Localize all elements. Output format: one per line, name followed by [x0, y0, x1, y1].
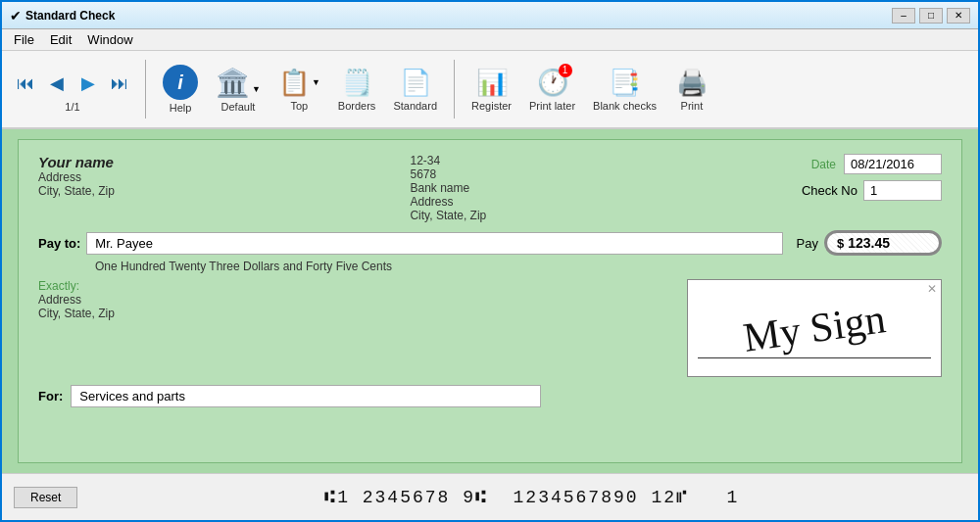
written-amount: One Hundred Twenty Three Dollars and For…: [95, 260, 942, 273]
check-no-label: Check No: [802, 183, 858, 198]
standard-icon: 📄: [400, 68, 431, 98]
borders-icon: 🗒️: [341, 68, 372, 98]
signature-text: My Sign: [740, 295, 888, 361]
check-paper: Your name Address City, State, Zip 12-34…: [18, 139, 962, 463]
toolbar-separator-1: [145, 60, 146, 119]
for-row: For:: [38, 385, 942, 407]
nav-next-button[interactable]: ▶: [73, 66, 104, 101]
nav-first-button[interactable]: ⏮: [10, 66, 41, 101]
routing-line1: 12-34: [410, 154, 486, 167]
date-section: Date: [811, 154, 942, 174]
bank-name: Bank name: [410, 181, 486, 195]
reset-button[interactable]: Reset: [14, 487, 77, 508]
amount-box: $: [824, 230, 942, 256]
exactly-label: Exactly:: [38, 279, 687, 293]
check-from-address: Address: [38, 170, 115, 184]
nav-group: ⏮ ◀ ▶ ⏭ 1/1: [10, 66, 135, 113]
toolbar-separator-2: [454, 60, 455, 119]
maximize-button[interactable]: □: [919, 8, 943, 24]
menu-edit[interactable]: Edit: [42, 31, 79, 48]
default-dropdown-arrow: ▼: [252, 84, 261, 94]
payee-address: Address: [38, 293, 687, 307]
payto-label: Pay to:: [38, 236, 80, 251]
signature-box: ✕ My Sign: [687, 279, 942, 377]
bottom-bar: Reset ⑆1 2345678 9⑆ 1234567890 12⑈ 1: [2, 473, 978, 520]
default-label: Default: [221, 101, 256, 113]
blank-checks-icon: 📑: [609, 68, 640, 98]
micr-line: ⑆1 2345678 9⑆ 1234567890 12⑈ 1: [97, 488, 966, 507]
nav-prev-button[interactable]: ◀: [41, 66, 73, 101]
title-bar-controls: – □ ✕: [892, 8, 970, 24]
check-no-section: Check No: [802, 180, 942, 201]
print-button[interactable]: 🖨️ Print: [667, 63, 716, 117]
register-icon: 📊: [476, 68, 508, 98]
standard-button[interactable]: 📄 Standard: [386, 63, 444, 117]
print-later-label: Print later: [529, 100, 575, 112]
default-button[interactable]: 🏛️▼ Default: [209, 62, 268, 118]
print-label: Print: [681, 100, 704, 112]
date-input[interactable]: [844, 154, 942, 174]
top-label: Top: [291, 100, 309, 112]
nav-counter: 1/1: [10, 101, 135, 113]
print-icon: 🖨️: [676, 68, 708, 98]
standard-label: Standard: [393, 100, 437, 112]
main-window: ✔ Standard Check – □ ✕ File Edit Window …: [0, 0, 980, 522]
date-label: Date: [811, 158, 836, 171]
check-from-section: Your name Address City, State, Zip: [38, 154, 115, 198]
title-bar-text: Standard Check: [25, 9, 892, 23]
menu-window[interactable]: Window: [79, 31, 140, 48]
bank-address: Address: [410, 195, 486, 209]
pay-label: Pay: [797, 236, 818, 251]
menu-bar: File Edit Window: [2, 29, 978, 51]
menu-file[interactable]: File: [6, 31, 42, 48]
check-from-city: City, State, Zip: [38, 184, 115, 198]
borders-label: Borders: [338, 100, 376, 112]
check-from-name: Your name: [38, 154, 115, 170]
payee-city: City, State, Zip: [38, 307, 687, 320]
top-dropdown-arrow: ▼: [312, 77, 320, 87]
print-later-button[interactable]: 🕐1 Print later: [522, 63, 582, 117]
minimize-button[interactable]: –: [892, 8, 915, 24]
date-checkno-section: Date Check No: [782, 154, 942, 201]
check-header: Your name Address City, State, Zip 12-34…: [38, 154, 942, 222]
register-label: Register: [471, 100, 512, 112]
register-button[interactable]: 📊 Register: [465, 63, 518, 117]
borders-button[interactable]: 🗒️ Borders: [331, 63, 383, 117]
toolbar: ⏮ ◀ ▶ ⏭ 1/1 i Help 🏛️▼ Default 📋▼ Top: [2, 51, 978, 129]
print-later-icon: 🕐1: [537, 68, 568, 98]
close-button[interactable]: ✕: [947, 8, 970, 24]
for-label: For:: [38, 389, 63, 403]
signature-close-icon[interactable]: ✕: [927, 282, 937, 296]
title-bar-icon: ✔: [10, 8, 22, 24]
bank-city: City, State, Zip: [410, 209, 486, 222]
signature-line: [698, 357, 931, 358]
routing-line2: 5678: [410, 167, 486, 181]
nav-last-button[interactable]: ⏭: [104, 66, 135, 101]
for-input[interactable]: [71, 385, 541, 407]
top-icon: 📋▼: [278, 68, 320, 98]
help-button[interactable]: i Help: [156, 60, 205, 119]
default-icon: 🏛️▼: [216, 67, 261, 99]
amount-input[interactable]: [848, 235, 926, 251]
top-button[interactable]: 📋▼ Top: [271, 63, 327, 117]
title-bar: ✔ Standard Check – □ ✕: [2, 2, 978, 29]
check-routing-section: 12-34 5678 Bank name Address City, State…: [410, 154, 486, 222]
blank-checks-label: Blank checks: [593, 100, 657, 112]
check-lower: Exactly: Address City, State, Zip ✕ My S…: [38, 279, 942, 377]
check-lower-left: Exactly: Address City, State, Zip: [38, 279, 687, 320]
blank-checks-button[interactable]: 📑 Blank checks: [586, 63, 663, 117]
check-no-input[interactable]: [863, 180, 942, 201]
help-label: Help: [170, 102, 192, 114]
payto-input[interactable]: [86, 232, 782, 255]
help-icon: i: [163, 65, 198, 100]
check-area: Your name Address City, State, Zip 12-34…: [2, 129, 978, 473]
payto-row: Pay to: Pay $: [38, 230, 942, 256]
dollar-sign: $: [837, 236, 844, 251]
